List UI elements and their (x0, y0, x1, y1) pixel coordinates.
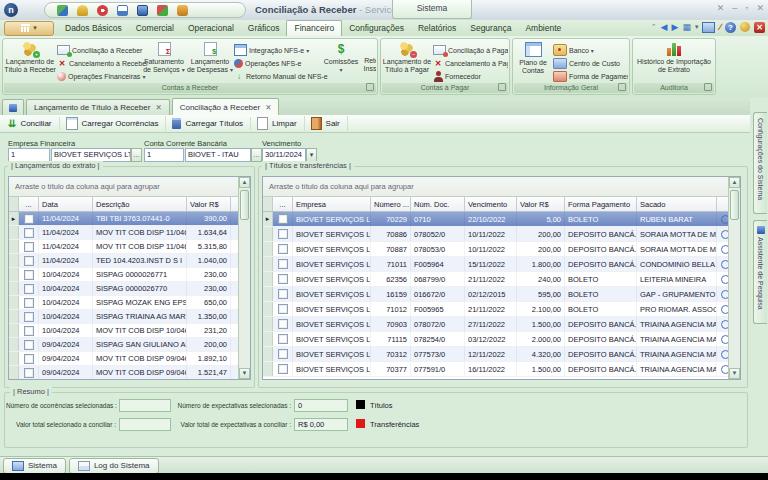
checkbox-cell[interactable] (19, 352, 39, 365)
file-menu-button[interactable]: ▾ (4, 21, 54, 36)
empresa-name-field[interactable]: BIOVET SERVIÇOS LTDA EPP (51, 148, 131, 162)
table-row[interactable]: 11/04/2024TED 104.4203.INST D S I1.040,0… (9, 254, 250, 268)
centro-custo-button[interactable]: Centro de Custo (553, 57, 628, 69)
minimize-icon[interactable]: – (732, 3, 737, 13)
expectativas-field[interactable]: 0 (294, 399, 348, 412)
menu-comercial[interactable]: Comercial (129, 21, 181, 35)
header-empresa[interactable]: Empresa (293, 197, 371, 211)
table-row[interactable]: BIOVET SERVIÇOS LT...70886078052/010/11/… (263, 227, 740, 242)
integracao-nfse-button[interactable]: Integração NFS-e▾ (234, 44, 322, 56)
chevron-down-icon[interactable]: ▾ (695, 21, 699, 33)
checkbox-cell[interactable] (273, 287, 293, 301)
header-valor[interactable]: Valor R$ (187, 197, 231, 211)
header-select[interactable]: ... (273, 197, 293, 211)
tab-log-do-sistema[interactable]: Log do Sistema (69, 458, 159, 474)
checkbox[interactable] (24, 312, 34, 322)
checkbox[interactable] (278, 349, 288, 359)
banco-button[interactable]: Banco▾ (553, 44, 628, 56)
checkbox-cell[interactable] (19, 296, 39, 309)
scroll-down-icon[interactable]: ▼ (239, 368, 250, 379)
table-row[interactable]: 09/04/2024MOV TIT COB DISP 09/0461.521,4… (9, 366, 250, 380)
limpar-button[interactable]: Limpar (253, 116, 304, 131)
checkbox[interactable] (24, 214, 34, 224)
checkbox[interactable] (24, 284, 34, 294)
conciliar-button[interactable]: Conciliar (4, 117, 60, 130)
table-row[interactable]: ▸11/04/2024TBI TBI 3763.07441-0390,00 (9, 212, 250, 226)
checkbox-cell[interactable] (19, 254, 39, 267)
checkbox[interactable] (278, 334, 288, 344)
lock-icon[interactable] (177, 5, 188, 16)
annotate-icon[interactable]: ∕ (719, 21, 721, 33)
menu-operacional[interactable]: Operacional (181, 21, 241, 35)
header-valor[interactable]: Valor R$ (517, 197, 565, 211)
checkbox[interactable] (24, 368, 34, 378)
checkbox-cell[interactable] (273, 332, 293, 346)
checkbox[interactable] (24, 326, 34, 336)
tab-sistema[interactable]: Sistema (3, 458, 66, 474)
checkbox[interactable] (278, 364, 288, 374)
scrollbar-thumb[interactable] (240, 190, 249, 220)
operacoes-financeiras-button[interactable]: Operações Financeiras▾ (57, 70, 141, 82)
table-row[interactable]: BIOVET SERVIÇOS LT...16159016672/002/12/… (263, 287, 740, 302)
user-icon[interactable] (740, 22, 750, 32)
configuracoes-sistema-vtab[interactable]: Configurações do Sistema (753, 112, 767, 214)
ocorrencias-field[interactable] (119, 399, 171, 412)
conta-code-field[interactable]: 1 (144, 148, 184, 162)
header-descricao[interactable]: Descrição (93, 197, 187, 211)
checkbox-cell[interactable] (19, 282, 39, 295)
checkbox[interactable] (278, 259, 288, 269)
close-icon[interactable]: ✕ (717, 3, 725, 13)
cancelamento-pagar-button[interactable]: Cancelamento à Pagar (433, 57, 508, 69)
table-row[interactable]: BIOVET SERVIÇOS LT...70903078072/027/11/… (263, 317, 740, 332)
menu-configuracoes[interactable]: Configurações (342, 21, 411, 35)
key-icon[interactable] (77, 5, 88, 16)
titulos-scrollbar[interactable]: ▲ ▼ (728, 177, 740, 379)
checkbox-cell[interactable] (19, 366, 39, 379)
team-icon[interactable] (157, 5, 168, 16)
checkbox-cell[interactable] (273, 227, 293, 241)
carregar-titulos-button[interactable]: Carregar Títulos (168, 117, 251, 130)
table-row[interactable]: 10/04/2024MOV TIT COB DISP 10/046231,20 (9, 324, 250, 338)
table-row[interactable]: BIOVET SERVIÇOS LT...70312077573/012/11/… (263, 347, 740, 362)
conciliacao-receber-button[interactable]: Conciliação à Receber (57, 44, 141, 56)
header-forma-pagamento[interactable]: Forma Pagamento (565, 197, 637, 211)
checkbox[interactable] (24, 298, 34, 308)
faturamento-servicos-button[interactable]: Faturamento de Serviços ▾ (142, 40, 186, 83)
comissoes-button[interactable]: Comissões ▾ (323, 40, 359, 83)
vencimento-dropdown-button[interactable]: ▾ (306, 148, 317, 162)
checkbox-cell[interactable] (19, 310, 39, 323)
checkbox-cell[interactable] (273, 272, 293, 286)
header-sacado[interactable]: Sacado (637, 197, 717, 211)
conciliacao-pagar-button[interactable]: Conciliação à Pagar (433, 44, 508, 56)
table-row[interactable]: 10/04/2024SISPAG 0000026770230,00 (9, 282, 250, 296)
close-icon[interactable]: ✕ (756, 3, 764, 13)
table-row[interactable]: BIOVET SERVIÇOS LT...62356068799/021/11/… (263, 272, 740, 287)
scrollbar-thumb[interactable] (730, 190, 739, 220)
home-mini-tab[interactable] (2, 99, 24, 115)
assistente-pesquisa-vtab[interactable]: Assistente de Pesquisa (753, 220, 767, 324)
table-row[interactable]: 11/04/2024MOV TIT COB DISP 11/0461.634,6… (9, 226, 250, 240)
menu-financeiro[interactable]: Financeiro (286, 20, 342, 36)
checkbox-cell[interactable] (273, 362, 293, 376)
close-icon[interactable]: ✕ (265, 103, 271, 112)
exit-icon[interactable]: ✕ (754, 22, 765, 33)
checkbox-cell[interactable] (19, 268, 39, 281)
sair-button[interactable]: Sair (307, 116, 348, 131)
close-icon[interactable]: ✕ (155, 103, 161, 112)
window-switch-icon[interactable]: ▦ (682, 21, 691, 33)
scroll-up-icon[interactable]: ▲ (239, 177, 250, 188)
checkbox[interactable] (24, 354, 34, 364)
table-row[interactable]: 10/04/2024SISPAG TRIAINA AG MAR L1.350,0… (9, 310, 250, 324)
calendar-icon[interactable] (117, 5, 128, 16)
table-row[interactable]: 09/04/2024MOV TIT COB DISP 09/0461.892,1… (9, 352, 250, 366)
restore-icon[interactable]: ▫ (745, 3, 748, 13)
checkbox[interactable] (24, 228, 34, 238)
checkbox[interactable] (278, 214, 288, 224)
checkbox-cell[interactable] (273, 212, 293, 226)
tab-conciliacao-receber[interactable]: Conciliação à Receber ✕ (172, 98, 280, 115)
dialog-launcher-icon[interactable] (618, 83, 626, 91)
titulos-groupby-band[interactable]: Arraste o título da coluna aqui para agr… (263, 177, 740, 197)
checkbox-cell[interactable] (273, 257, 293, 271)
checkbox[interactable] (278, 244, 288, 254)
checkbox[interactable] (24, 256, 34, 266)
